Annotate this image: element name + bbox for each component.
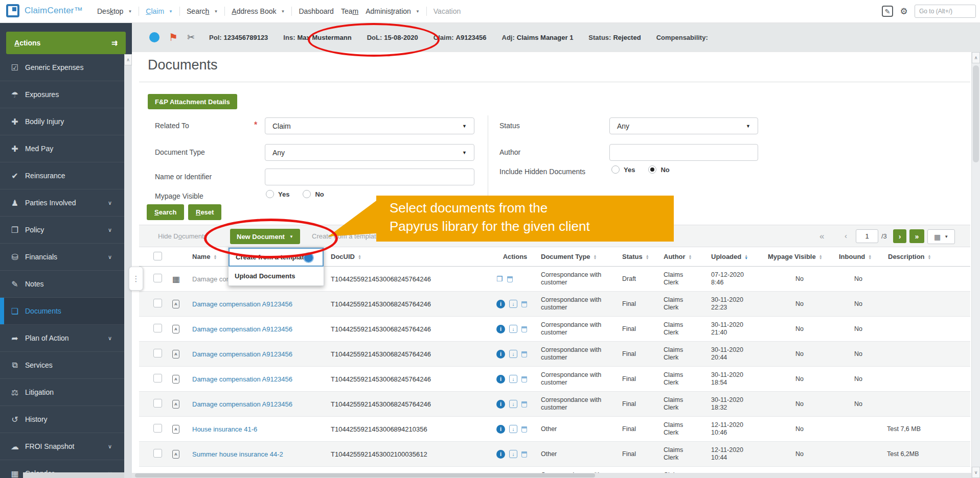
download-icon[interactable]: ↓ (509, 325, 517, 333)
horizontal-scrollbar-thumb[interactable] (135, 473, 595, 477)
document-name-link[interactable]: Damage compensation A9123456 (190, 375, 327, 383)
info-icon[interactable]: i (496, 400, 505, 409)
top-menu-item-desktop[interactable]: Desktop▼ (97, 7, 132, 15)
menu-item-create-from-a-template[interactable]: Create from a template (229, 248, 324, 267)
download-icon[interactable]: ↓ (509, 425, 517, 433)
column-header-uploaded[interactable]: Uploaded▲▼ (705, 253, 764, 260)
actions-button[interactable]: Actions⇉ (6, 32, 126, 54)
sidebar-item-documents[interactable]: ❏Documents (0, 298, 124, 325)
goto-input[interactable] (915, 5, 976, 18)
row-checkbox[interactable] (153, 374, 162, 383)
sidebar-item-med-pay[interactable]: ✚Med Pay (0, 135, 124, 162)
status-select[interactable]: Any ▼ (609, 117, 758, 134)
top-menu-item-vacation[interactable]: Vacation (434, 7, 461, 15)
sidebar-horizontal-scrollbar[interactable] (23, 472, 124, 478)
info-icon[interactable]: i (496, 375, 505, 384)
top-menu-item-dashboard[interactable]: Dashboard (299, 7, 334, 15)
sidebar-item-parties-involved[interactable]: ♟Parties Involved∨ (0, 189, 124, 217)
pagination-page-input[interactable] (856, 229, 878, 243)
info-icon[interactable]: i (496, 325, 505, 333)
sidebar-item-litigation[interactable]: ⚖Litigation (0, 379, 124, 406)
sidebar-item-financials[interactable]: ⛁Financials∨ (0, 244, 124, 271)
name-or-identifier-input[interactable] (265, 169, 474, 185)
sidebar-collapse-handle[interactable]: ⋮ (129, 267, 143, 291)
download-icon[interactable]: ↓ (509, 350, 517, 358)
pagination-last-button[interactable]: » (909, 229, 924, 243)
trash-icon[interactable] (521, 301, 527, 307)
mypage-visible-yes-radio[interactable] (266, 190, 274, 198)
document-name-link[interactable]: Damage compensation A9123456 (190, 325, 327, 333)
info-icon[interactable]: i (496, 300, 505, 308)
top-menu-item-claim[interactable]: Claim▼ (146, 7, 173, 15)
sidebar-item-exposures[interactable]: ☂Exposures (0, 81, 124, 108)
column-header-author[interactable]: Author▲▼ (656, 253, 705, 260)
copy-note-icon[interactable]: ❐ (496, 275, 503, 283)
download-icon[interactable]: ↓ (509, 450, 517, 458)
row-checkbox[interactable] (153, 399, 162, 408)
download-icon[interactable]: ↓ (509, 375, 517, 383)
sidebar-item-froi-snapshot[interactable]: ☁FROI Snapshot∨ (0, 433, 124, 460)
sidebar-item-policy[interactable]: ❐Policy∨ (0, 217, 124, 244)
search-button[interactable]: Search (147, 204, 184, 220)
document-name-link[interactable]: Damage compensation A9123456 (190, 300, 327, 308)
trash-icon[interactable] (507, 276, 513, 282)
pagination-next-button[interactable]: › (893, 229, 906, 243)
sidebar-scrollbar[interactable] (124, 54, 132, 478)
table-view-options-button[interactable]: ▦ ▼ (927, 229, 955, 244)
document-name-link[interactable]: Damage compensation A9123456 (190, 350, 327, 358)
top-menu-item-address-book[interactable]: Address Book▼ (232, 7, 285, 15)
column-header-mypage-visible[interactable]: Mypage Visible▲▼ (764, 253, 835, 260)
scrollbar-thumb[interactable] (973, 65, 979, 162)
column-header-document-type[interactable]: Document Type▲▼ (537, 253, 616, 260)
sidebar-scroll-up-icon[interactable]: ∧ (124, 54, 132, 65)
pagination-prev-icon[interactable]: ‹ (845, 231, 847, 240)
sidebar-item-history[interactable]: ↺History (0, 406, 124, 433)
trash-icon[interactable] (521, 326, 527, 332)
row-checkbox[interactable] (153, 299, 162, 307)
row-checkbox[interactable] (153, 424, 162, 433)
menu-item-upload-documents[interactable]: Upload Documents (229, 267, 324, 285)
include-hidden-yes-radio[interactable] (611, 165, 620, 174)
new-document-button[interactable]: New Document ▼ (230, 229, 300, 244)
document-name-link[interactable]: House insurance 41-6 (190, 425, 327, 433)
info-icon[interactable]: i (496, 350, 505, 358)
sidebar-item-plan-of-action[interactable]: ➦Plan of Action∨ (0, 325, 124, 352)
select-all-checkbox[interactable] (153, 252, 162, 260)
mypage-visible-no-radio[interactable] (303, 190, 311, 198)
trash-icon[interactable] (521, 451, 527, 458)
gear-icon[interactable]: ⚙ (898, 5, 910, 17)
top-menu-item-administration[interactable]: Administration▼ (366, 7, 420, 15)
vertical-scrollbar[interactable]: ∧ ∨ (971, 52, 980, 478)
row-checkbox[interactable] (153, 274, 162, 282)
row-checkbox[interactable] (153, 449, 162, 458)
column-header-status[interactable]: Status▲▼ (616, 253, 656, 260)
trash-icon[interactable] (521, 401, 527, 408)
sidebar-item-services[interactable]: ⧉Services (0, 352, 124, 379)
edit-icon[interactable]: ✎ (882, 6, 893, 17)
trash-icon[interactable] (521, 426, 527, 433)
reset-button[interactable]: Reset (188, 204, 221, 220)
info-icon[interactable]: i (496, 450, 505, 459)
scroll-up-icon[interactable]: ∧ (972, 52, 980, 63)
top-menu-item-team[interactable]: Team (341, 7, 358, 15)
column-header-inbound[interactable]: Inbound▲▼ (835, 253, 882, 260)
document-type-select[interactable]: Any ▼ (265, 144, 474, 161)
document-name-link[interactable]: Summer house insurance 44-2 (190, 450, 327, 458)
fp-attachment-details-button[interactable]: F&P Attachment Details (148, 94, 237, 109)
top-menu-item-search[interactable]: Search▼ (187, 7, 218, 15)
row-checkbox[interactable] (153, 324, 162, 332)
include-hidden-no-radio[interactable] (648, 165, 656, 174)
pagination-first-icon[interactable]: « (819, 231, 824, 242)
sidebar-item-reinsurance[interactable]: ✔Reinsurance (0, 162, 124, 189)
trash-icon[interactable] (521, 376, 527, 383)
sidebar-item-generic-expenses[interactable]: ☑Generic Expenses (0, 54, 124, 81)
download-icon[interactable]: ↓ (509, 400, 517, 408)
document-name-link[interactable]: Damage compensation A9123456 (190, 400, 327, 408)
download-icon[interactable]: ↓ (509, 300, 517, 308)
sidebar-item-bodily-injury[interactable]: ✚Bodily Injury (0, 108, 124, 135)
column-header-docuid[interactable]: DocUID▲▼ (327, 253, 493, 260)
horizontal-scrollbar[interactable] (132, 473, 971, 478)
row-checkbox[interactable] (153, 349, 162, 357)
trash-icon[interactable] (521, 351, 527, 357)
author-input[interactable] (609, 144, 758, 161)
